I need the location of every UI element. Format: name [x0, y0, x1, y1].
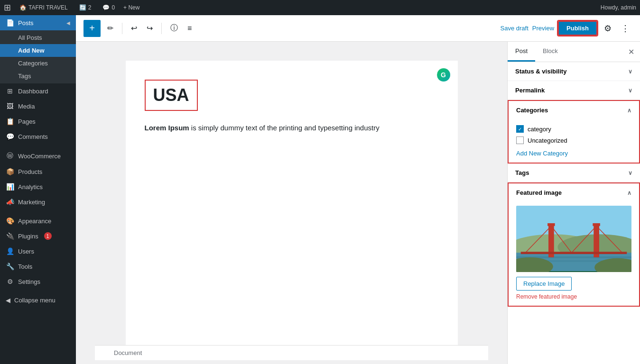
sidebar-item-all-posts[interactable]: All Posts — [0, 31, 76, 44]
main-layout: 📄 Posts ◀ All Posts Add New Categories T… — [0, 15, 640, 364]
sidebar-item-categories[interactable]: Categories — [0, 57, 76, 70]
add-new-category-link[interactable]: Add New Category — [516, 150, 568, 157]
save-draft-button[interactable]: Save draft — [501, 25, 529, 32]
sidebar-label-comments: Comments — [18, 133, 48, 140]
sidebar-label-appearance: Appearance — [18, 218, 51, 225]
sidebar-item-label: Posts — [18, 19, 34, 27]
sidebar-label-marketing: Marketing — [18, 199, 45, 206]
category-item-uncategorized: Uncategorized — [516, 136, 631, 144]
editor-canvas: G USA Lorem Ipsum is simply dummy text o… — [76, 42, 507, 364]
svg-rect-14 — [593, 223, 600, 226]
content-area: + ✏ ↩ ↪ ⓘ ≡ Save draft Preview Publish ⚙… — [76, 15, 640, 364]
content-rest: is simply dummy text of the printing and… — [189, 124, 380, 132]
comments-item[interactable]: 💬 0 — [100, 4, 118, 11]
sidebar-item-appearance[interactable]: 🎨 Appearance — [0, 213, 76, 228]
featured-image-section: Featured image ∧ — [508, 182, 640, 307]
categories-label: Categories — [516, 107, 548, 114]
sidebar-item-posts[interactable]: 📄 Posts ◀ — [0, 15, 76, 30]
marketing-icon: 📣 — [6, 198, 14, 206]
sidebar-item-marketing[interactable]: 📣 Marketing — [0, 194, 76, 209]
new-item[interactable]: + New — [123, 4, 139, 11]
sidebar-label-woocommerce: WooCommerce — [18, 153, 61, 160]
collapse-icon: ◀ — [6, 297, 10, 304]
featured-image-preview[interactable] — [516, 206, 631, 272]
remove-featured-image-link[interactable]: Remove featured image — [516, 293, 631, 300]
sidebar-item-tools[interactable]: 🔧 Tools — [0, 259, 76, 274]
categories-content: ✓ category Uncategorized Add New Categor… — [509, 119, 639, 163]
featured-image-chevron-icon: ∧ — [627, 190, 631, 196]
sidebar-item-products[interactable]: 📦 Products — [0, 164, 76, 179]
panel-tabs: Post Block ✕ — [508, 42, 640, 62]
tab-block[interactable]: Block — [535, 42, 566, 62]
more-options-button[interactable]: ⋮ — [618, 20, 632, 36]
featured-image-header[interactable]: Featured image ∧ — [509, 183, 639, 202]
featured-image-content: Replace Image Remove featured image — [509, 202, 639, 306]
permalink-label: Permalink — [515, 87, 545, 94]
category-label-category: category — [528, 126, 551, 133]
content-bold: Lorem Ipsum — [145, 124, 189, 132]
category-checkbox-uncategorized[interactable] — [516, 136, 524, 144]
category-label-uncategorized: Uncategorized — [528, 137, 567, 144]
post-title: USA — [153, 85, 189, 105]
posts-arrow-icon: ◀ — [66, 20, 70, 26]
panel-close-button[interactable]: ✕ — [622, 44, 640, 60]
sidebar-item-plugins[interactable]: 🔌 Plugins 1 — [0, 228, 76, 244]
edit-mode-button[interactable]: ✏ — [104, 21, 116, 36]
publish-button[interactable]: Publish — [558, 21, 597, 36]
sidebar-item-add-new[interactable]: Add New — [0, 44, 76, 57]
sidebar-label-settings: Settings — [18, 278, 40, 285]
sidebar-item-pages[interactable]: 📋 Pages — [0, 114, 76, 129]
categories-section: Categories ∧ ✓ category Uncategorized — [508, 100, 640, 164]
sidebar-item-comments[interactable]: 💬 Comments — [0, 129, 76, 144]
sidebar-item-analytics[interactable]: 📊 Analytics — [0, 179, 76, 194]
permalink-chevron-icon: ∨ — [628, 87, 632, 94]
admin-bar-left: ⊞ 🏠 TAFRI TRAVEL 🔄 2 💬 0 + New — [4, 2, 595, 13]
categories-header[interactable]: Categories ∧ — [509, 101, 639, 119]
sidebar-item-woocommerce[interactable]: Ⓦ WooCommerce — [0, 148, 76, 164]
post-content[interactable]: Lorem Ipsum is simply dummy text of the … — [145, 122, 439, 134]
appearance-icon: 🎨 — [6, 217, 14, 225]
posts-submenu: All Posts Add New Categories Tags — [0, 30, 76, 83]
site-name[interactable]: 🏠 TAFRI TRAVEL — [17, 4, 71, 11]
sidebar-item-media[interactable]: 🖼 Media — [0, 99, 76, 114]
settings-panel-button[interactable]: ⚙ — [601, 20, 614, 36]
sidebar-label-plugins: Plugins — [18, 233, 38, 240]
add-block-button[interactable]: + — [83, 20, 101, 37]
grammarly-button[interactable]: G — [437, 68, 450, 82]
tools-icon: 🔧 — [6, 263, 14, 270]
analytics-icon: 📊 — [6, 183, 14, 191]
category-item-category: ✓ category — [516, 125, 631, 133]
replace-image-button[interactable]: Replace Image — [516, 277, 572, 291]
updates-item[interactable]: 🔄 2 — [76, 4, 94, 11]
comments-icon: 💬 — [6, 133, 14, 140]
sidebar: 📄 Posts ◀ All Posts Add New Categories T… — [0, 15, 76, 364]
sidebar-item-dashboard[interactable]: ⊞ Dashboard — [0, 83, 76, 99]
undo-button[interactable]: ↩ — [128, 21, 140, 36]
sidebar-label-pages: Pages — [18, 118, 36, 125]
sidebar-label-media: Media — [18, 103, 35, 110]
collapse-menu[interactable]: ◀ Collapse menu — [0, 293, 76, 308]
plugins-badge: 1 — [44, 232, 52, 240]
tags-header[interactable]: Tags ∨ — [508, 164, 640, 182]
tab-post[interactable]: Post — [508, 42, 535, 62]
list-view-button[interactable]: ≡ — [185, 21, 195, 36]
panel-body: Status & visibility ∨ Permalink ∨ Catego… — [508, 62, 640, 364]
info-button[interactable]: ⓘ — [167, 20, 181, 36]
plugins-icon: 🔌 — [6, 232, 14, 240]
tags-chevron-icon: ∨ — [628, 170, 632, 176]
editor-toolbar: + ✏ ↩ ↪ ⓘ ≡ Save draft Preview Publish ⚙… — [76, 15, 640, 42]
category-checkbox-checked[interactable]: ✓ — [516, 125, 524, 133]
permalink-header[interactable]: Permalink ∨ — [508, 81, 640, 100]
sidebar-item-tags[interactable]: Tags — [0, 70, 76, 82]
redo-button[interactable]: ↪ — [144, 21, 156, 36]
status-visibility-header[interactable]: Status & visibility ∨ — [508, 62, 640, 81]
svg-rect-12 — [521, 252, 627, 254]
preview-button[interactable]: Preview — [532, 25, 554, 32]
products-icon: 📦 — [6, 168, 14, 175]
toolbar-right: Save draft Preview Publish ⚙ ⋮ — [501, 20, 632, 36]
sidebar-item-settings[interactable]: ⚙ Settings — [0, 274, 76, 289]
sidebar-item-users[interactable]: 👤 Users — [0, 244, 76, 259]
sidebar-divider-1 — [0, 144, 76, 148]
post-title-block[interactable]: USA — [145, 80, 198, 111]
wp-logo-icon[interactable]: ⊞ — [4, 2, 11, 13]
